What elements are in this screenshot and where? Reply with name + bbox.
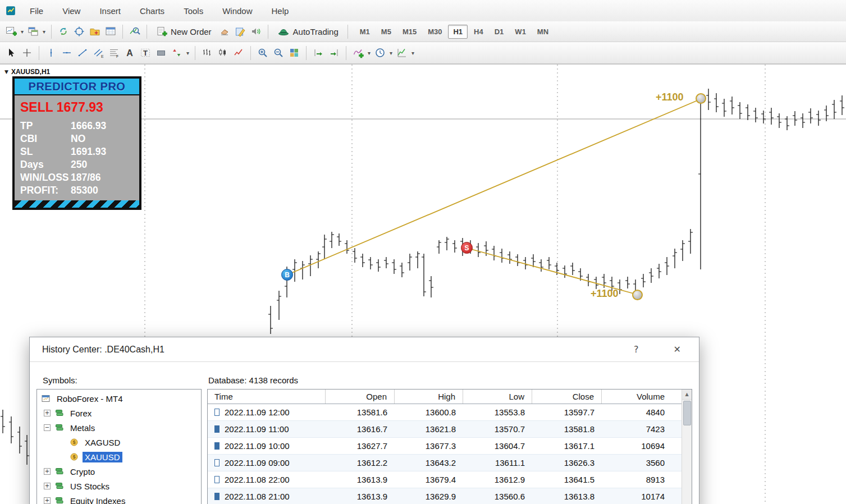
zoom-in-button[interactable] [255,45,271,61]
menu-help[interactable]: Help [262,6,299,16]
timeframe-mn[interactable]: MN [532,25,554,39]
column-low[interactable]: Low [463,390,532,404]
bar-chart-mode-button[interactable] [199,45,215,61]
navigator-button[interactable] [87,24,103,39]
autotrading-hat-icon [277,26,290,37]
menu-tools[interactable]: Tools [174,6,213,16]
indicators-button[interactable] [350,45,366,61]
table-row[interactable]: 2022.11.08 22:00 13613.9 13679.4 13612.9… [208,471,692,488]
timeframe-h1[interactable]: H1 [448,25,468,39]
chevron-down-icon[interactable]: ▾ [19,29,25,35]
expand-icon[interactable]: + [44,483,51,489]
sound-button[interactable] [248,24,264,39]
profiles-icon [28,26,39,37]
tree-item-metals[interactable]: − Metals [37,420,201,435]
timeframe-m1[interactable]: M1 [355,25,375,39]
chart-shift-button[interactable] [326,45,342,61]
timeframe-w1[interactable]: W1 [510,25,531,39]
new-order-button[interactable]: New Order [151,23,217,40]
timeframe-m30[interactable]: M30 [423,25,447,39]
eraser-button[interactable] [217,24,232,39]
trendline-endpoint-icon[interactable] [632,290,643,300]
shapes-button[interactable] [153,45,169,61]
timeframe-h4[interactable]: H4 [469,25,488,39]
market-watch-button[interactable] [71,24,87,39]
dialog-titlebar[interactable]: History Center: .DE40Cash,H1 ? ✕ [30,337,699,362]
table-row[interactable]: 2022.11.08 21:00 13613.9 13629.9 13560.6… [208,488,692,504]
close-button[interactable]: ✕ [668,342,687,357]
predictor-pro-panel: PREDICTOR PRO SELL 1677.93 TP1666.93 CBI… [12,76,141,210]
tree-item-us-stocks[interactable]: + US Stocks [37,479,201,493]
scroll-up-icon[interactable]: ▲ [682,390,692,400]
trendline-endpoint-icon[interactable] [696,93,706,104]
expand-icon[interactable]: + [44,497,51,504]
metaeditor-button[interactable] [232,24,248,39]
chevron-down-icon[interactable]: ▾ [41,29,47,35]
auto-scroll-button[interactable] [310,45,326,61]
tree-root-account[interactable]: RoboForex - MT4 [37,391,201,406]
channel-button[interactable]: E [90,45,106,61]
timeframe-m15[interactable]: M15 [397,25,422,39]
horizontal-line-button[interactable] [59,45,75,61]
table-row[interactable]: 2022.11.09 12:00 13581.6 13600.8 13553.8… [208,404,692,421]
expand-icon[interactable]: + [44,410,51,416]
tree-item-xauusd[interactable]: $ XAUUSD [37,450,201,464]
column-open[interactable]: Open [326,390,395,404]
periods-button[interactable] [372,45,388,61]
chevron-down-icon[interactable]: ▾ [388,50,394,56]
vertical-line-button[interactable] [43,45,59,61]
line-chart-mode-button[interactable] [231,45,246,61]
zoom-out-button[interactable] [271,45,286,61]
predictor-row: SL1691.93 [20,145,134,158]
candlestick-mode-button[interactable] [215,45,231,61]
new-chart-button[interactable] [3,24,19,39]
buy-signal-marker[interactable]: B [281,269,293,281]
chevron-down-icon[interactable]: ▾ [185,50,191,56]
table-scrollbar[interactable]: ▲ [682,390,692,504]
chevron-down-icon[interactable]: ▾ [410,50,416,56]
separator [39,46,39,60]
column-volume[interactable]: Volume [602,390,672,404]
table-row[interactable]: 2022.11.09 11:00 13616.7 13621.8 13570.7… [208,421,692,438]
collapse-icon[interactable]: ▼ [4,69,8,75]
strategy-tester-button[interactable] [127,24,143,39]
sell-signal-marker[interactable]: S [461,242,473,254]
menu-window[interactable]: Window [213,6,262,16]
fibonacci-button[interactable]: F [106,45,122,61]
collapse-expand-icon[interactable]: − [44,424,51,431]
table-row[interactable]: 2022.11.09 09:00 13612.2 13643.2 13611.1… [208,455,692,471]
tree-item-crypto[interactable]: + Crypto [37,464,201,479]
menu-charts[interactable]: Charts [130,6,174,16]
menu-insert[interactable]: Insert [90,6,130,16]
cursor-button[interactable] [3,45,19,61]
low-cell: 13570.7 [463,421,532,437]
refresh-button[interactable] [56,24,71,39]
tree-item-forex[interactable]: + Forex [37,406,201,420]
tree-item-equity-indexes[interactable]: + Equity Indexes [37,493,201,504]
trendline-button[interactable] [75,45,90,61]
tree-item-xagusd[interactable]: $ XAGUSD [37,435,201,450]
table-row[interactable]: 2022.11.09 10:00 13627.7 13677.3 13604.7… [208,438,692,455]
text-tool-button[interactable]: A [122,45,138,61]
help-button[interactable]: ? [628,342,644,357]
column-time[interactable]: Time [208,390,326,404]
column-close[interactable]: Close [532,390,602,404]
menu-file[interactable]: File [20,6,53,16]
crosshair-button[interactable] [19,45,35,61]
timeframe-m5[interactable]: M5 [376,25,396,39]
column-high[interactable]: High [395,390,463,404]
tile-windows-button[interactable] [286,45,302,61]
open-cell: 13627.7 [326,438,395,454]
terminal-button[interactable] [103,24,118,39]
autotrading-button[interactable]: AutoTrading [272,23,344,40]
menu-view[interactable]: View [53,6,90,16]
label-tool-button[interactable]: T [138,45,153,61]
arrows-button[interactable] [169,45,185,61]
expand-icon[interactable]: + [44,468,51,475]
profiles-button[interactable] [25,24,41,39]
scrollbar-thumb[interactable] [683,401,691,425]
volume-cell: 4840 [602,404,672,420]
templates-button[interactable] [394,45,410,61]
timeframe-d1[interactable]: D1 [490,25,509,39]
chevron-down-icon[interactable]: ▾ [366,50,372,56]
